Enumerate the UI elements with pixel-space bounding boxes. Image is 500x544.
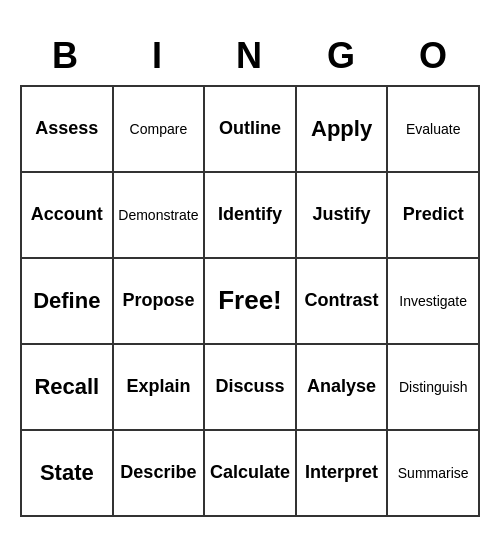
bingo-cell-6: Demonstrate	[114, 173, 206, 259]
bingo-cell-5: Account	[22, 173, 114, 259]
bingo-cell-text-17: Discuss	[215, 376, 284, 398]
bingo-cell-text-3: Apply	[311, 116, 372, 142]
bingo-cell-text-24: Summarise	[398, 465, 469, 482]
bingo-cell-20: State	[22, 431, 114, 517]
bingo-cell-text-5: Account	[31, 204, 103, 226]
bingo-cell-14: Investigate	[388, 259, 480, 345]
bingo-cell-17: Discuss	[205, 345, 297, 431]
bingo-cell-text-13: Contrast	[305, 290, 379, 312]
bingo-cell-12: Free!	[205, 259, 297, 345]
bingo-cell-text-4: Evaluate	[406, 121, 460, 138]
bingo-cell-text-7: Identify	[218, 204, 282, 226]
bingo-cell-text-11: Propose	[122, 290, 194, 312]
bingo-cell-19: Distinguish	[388, 345, 480, 431]
bingo-cell-text-23: Interpret	[305, 462, 378, 484]
bingo-grid: AssessCompareOutlineApplyEvaluateAccount…	[20, 85, 480, 517]
bingo-cell-8: Justify	[297, 173, 389, 259]
header-letter-I: I	[112, 27, 204, 85]
bingo-cell-4: Evaluate	[388, 87, 480, 173]
bingo-cell-text-22: Calculate	[210, 462, 290, 484]
bingo-cell-text-1: Compare	[130, 121, 188, 138]
bingo-cell-21: Describe	[114, 431, 206, 517]
bingo-header: BINGO	[20, 27, 480, 85]
bingo-cell-9: Predict	[388, 173, 480, 259]
bingo-cell-text-14: Investigate	[399, 293, 467, 310]
bingo-cell-1: Compare	[114, 87, 206, 173]
bingo-cell-7: Identify	[205, 173, 297, 259]
bingo-cell-2: Outline	[205, 87, 297, 173]
bingo-cell-16: Explain	[114, 345, 206, 431]
bingo-cell-text-9: Predict	[403, 204, 464, 226]
bingo-cell-0: Assess	[22, 87, 114, 173]
bingo-cell-13: Contrast	[297, 259, 389, 345]
bingo-cell-text-12: Free!	[218, 285, 282, 316]
bingo-cell-18: Analyse	[297, 345, 389, 431]
bingo-cell-text-2: Outline	[219, 118, 281, 140]
bingo-card: BINGO AssessCompareOutlineApplyEvaluateA…	[20, 27, 480, 517]
bingo-cell-23: Interpret	[297, 431, 389, 517]
bingo-cell-text-19: Distinguish	[399, 379, 467, 396]
bingo-cell-text-8: Justify	[313, 204, 371, 226]
header-letter-B: B	[20, 27, 112, 85]
header-letter-N: N	[204, 27, 296, 85]
bingo-cell-text-20: State	[40, 460, 94, 486]
bingo-cell-15: Recall	[22, 345, 114, 431]
bingo-cell-text-6: Demonstrate	[118, 207, 198, 224]
bingo-cell-10: Define	[22, 259, 114, 345]
bingo-cell-text-0: Assess	[35, 118, 98, 140]
bingo-cell-text-18: Analyse	[307, 376, 376, 398]
bingo-cell-11: Propose	[114, 259, 206, 345]
bingo-cell-3: Apply	[297, 87, 389, 173]
bingo-cell-text-15: Recall	[34, 374, 99, 400]
bingo-cell-22: Calculate	[205, 431, 297, 517]
header-letter-O: O	[388, 27, 480, 85]
bingo-cell-text-21: Describe	[120, 462, 196, 484]
bingo-cell-text-10: Define	[33, 288, 100, 314]
bingo-cell-24: Summarise	[388, 431, 480, 517]
header-letter-G: G	[296, 27, 388, 85]
bingo-cell-text-16: Explain	[126, 376, 190, 398]
